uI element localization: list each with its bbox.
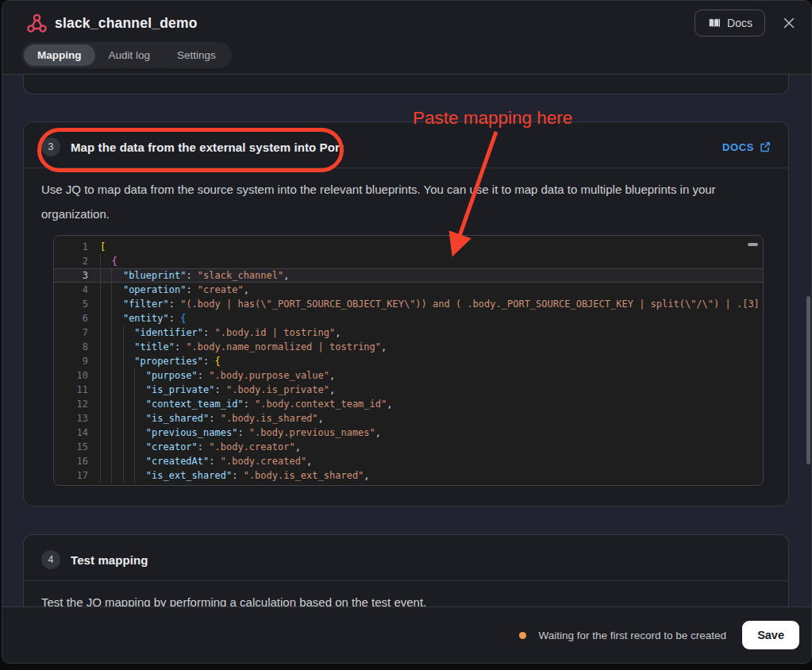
code-line: 6 "entity": {	[54, 311, 763, 325]
code-line: 10 "purpose": ".body.purpose_value",	[54, 368, 763, 383]
tab-audit-log[interactable]: Audit log	[95, 44, 164, 66]
step-number-badge: 3	[41, 137, 60, 156]
tab-settings[interactable]: Settings	[164, 44, 229, 66]
code-line: 9 "properties": {	[54, 354, 763, 368]
code-line: 3 "blueprint": "slack_channel",	[54, 268, 763, 283]
code-line: 17 "is_ext_shared": ".body.is_ext_shared…	[54, 468, 763, 483]
section-description: Use JQ to map data from the source syste…	[24, 168, 786, 226]
code-line: 5 "filter": "(.body | has(\"_PORT_SOURCE…	[54, 297, 763, 311]
modal-title: slack_channel_demo	[55, 15, 198, 32]
code-line: 4 "operation": "create",	[54, 283, 763, 297]
tab-bar: MappingAudit logSettings	[21, 42, 232, 68]
code-line: 7 "identifier": ".body.id | tostring",	[54, 325, 763, 340]
jq-mapping-editor[interactable]: 1[2 {3 "blueprint": "slack_channel",4 "o…	[53, 235, 764, 486]
data-source-modal: slack_channel_demo Docs MappingAudit log…	[2, 0, 812, 664]
code-line: 16 "createdAt": ".body.created",	[54, 454, 763, 468]
status-dot-icon	[519, 632, 526, 639]
modal-content: 3 Map the data from the external system …	[2, 75, 811, 606]
save-button[interactable]: Save	[742, 621, 799, 649]
code-line: 1[	[54, 240, 763, 254]
book-icon	[707, 17, 721, 29]
step-number-badge: 4	[41, 550, 60, 569]
close-icon[interactable]	[779, 13, 799, 33]
code-lines: 1[2 {3 "blueprint": "slack_channel",4 "o…	[54, 240, 763, 483]
code-line: 11 "is_private": ".body.is_private",	[54, 383, 763, 397]
tab-mapping[interactable]: Mapping	[24, 44, 95, 66]
status-text: Waiting for the first record to be creat…	[539, 630, 727, 641]
editor-scrollbar[interactable]	[748, 243, 758, 246]
code-line: 15 "creator": ".body.creator",	[54, 440, 763, 454]
docs-link-label: DOCS	[722, 141, 754, 153]
docs-button[interactable]: Docs	[695, 10, 765, 37]
code-line: 8 "title": ".body.name_normalized | tost…	[54, 340, 763, 354]
section-map-data: 3 Map the data from the external system …	[23, 121, 789, 506]
section-title: Map the data from the external system in…	[71, 141, 344, 154]
section-title: Test mapping	[71, 553, 148, 567]
code-line: 12 "context_team_id": ".body.context_tea…	[54, 397, 763, 411]
code-line: 13 "is_shared": ".body.is_shared",	[54, 411, 763, 425]
external-link-icon	[760, 141, 771, 152]
previous-section-card	[23, 75, 789, 94]
code-line: 2 {	[54, 254, 763, 268]
code-line: 14 "previous_names": ".body.previous_nam…	[54, 425, 763, 440]
docs-link[interactable]: DOCS	[722, 141, 771, 153]
scrollbar-thumb[interactable]	[806, 296, 810, 464]
modal-header: slack_channel_demo Docs MappingAudit log…	[2, 1, 811, 75]
docs-button-label: Docs	[727, 17, 752, 29]
modal-footer: Waiting for the first record to be creat…	[2, 606, 811, 663]
webhook-icon	[26, 13, 48, 34]
